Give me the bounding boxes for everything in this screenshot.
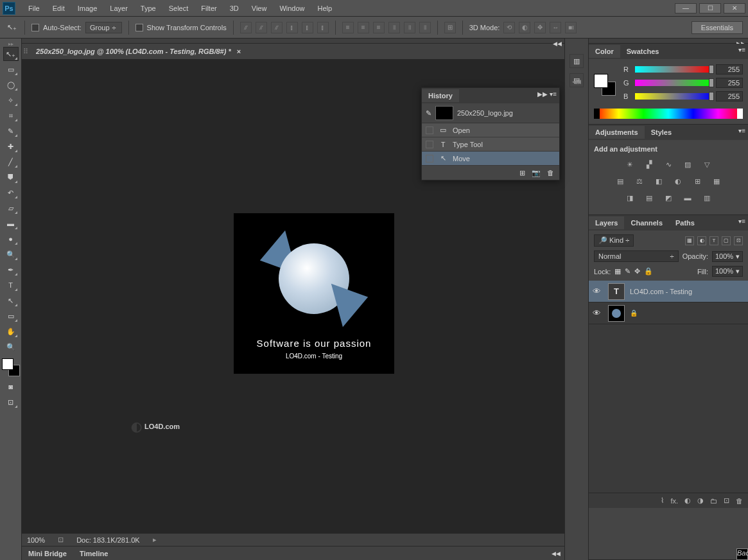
color-balance-icon[interactable]: ⚖: [633, 176, 646, 186]
crop-tool[interactable]: ⌗: [3, 109, 19, 123]
history-brush-icon[interactable]: ✎: [426, 109, 431, 118]
distribute-vmid-icon[interactable]: ≡: [358, 22, 369, 33]
menu-filter[interactable]: Filter: [195, 1, 223, 15]
eraser-tool[interactable]: ▱: [3, 201, 19, 215]
selective-color-icon[interactable]: ▥: [700, 193, 713, 203]
color-lookup-icon[interactable]: ▦: [710, 176, 723, 186]
3d-orbit-icon[interactable]: ⟲: [503, 22, 515, 33]
quick-select-tool[interactable]: ✧: [3, 93, 19, 107]
new-layer-icon[interactable]: ⊡: [724, 496, 729, 505]
history-item[interactable]: ▭ Open: [422, 123, 559, 137]
bottom-collapse-icon[interactable]: ◀◀: [552, 550, 561, 557]
panel-menu-icon[interactable]: ▾≡: [738, 46, 745, 53]
b-slider[interactable]: [635, 93, 712, 100]
vibrance-icon[interactable]: ▽: [700, 159, 713, 170]
color-swatch-pair[interactable]: [594, 74, 616, 96]
layers-tab[interactable]: Layers: [589, 216, 624, 229]
auto-align-icon[interactable]: ⊞: [444, 22, 456, 33]
3d-scale-icon[interactable]: ■ı: [565, 22, 577, 33]
align-right-icon[interactable]: ⫿: [317, 22, 329, 33]
panel-menu-icon[interactable]: ▶▶ ▾≡: [537, 91, 557, 98]
bw-icon[interactable]: ◧: [652, 176, 665, 186]
lasso-tool[interactable]: ◯: [3, 78, 19, 92]
invert-icon[interactable]: ◨: [623, 193, 636, 203]
screen-mode-tool[interactable]: ⊡: [3, 395, 19, 409]
lock-paint-icon[interactable]: ✎: [625, 267, 631, 276]
filter-kind-dropdown[interactable]: 🔎 Kind ÷: [594, 234, 634, 247]
align-bottom-icon[interactable]: ⫽: [271, 22, 283, 33]
history-check[interactable]: [426, 141, 433, 148]
lock-all-icon[interactable]: 🔒: [644, 267, 653, 276]
b-value-input[interactable]: 255: [716, 91, 743, 101]
r-slider[interactable]: [635, 66, 712, 73]
hue-icon[interactable]: ▤: [614, 176, 627, 186]
swatches-tab[interactable]: Swatches: [620, 45, 666, 58]
distribute-hmid-icon[interactable]: ⦀: [404, 22, 415, 33]
filter-pixel-icon[interactable]: ▦: [685, 236, 694, 245]
menu-edit[interactable]: Edit: [46, 1, 71, 15]
3d-roll-icon[interactable]: ◐: [519, 22, 530, 33]
zoom-level[interactable]: 100%: [27, 536, 45, 544]
history-check[interactable]: [426, 155, 433, 162]
path-select-tool[interactable]: ↖: [3, 293, 19, 308]
menu-3d[interactable]: 3D: [223, 1, 245, 15]
g-slider[interactable]: [635, 80, 712, 86]
layer-name[interactable]: LO4D.com - Testing: [630, 288, 744, 295]
history-panel[interactable]: History ▶▶ ▾≡ ✎ 250x250_logo.jpg ▭ Open …: [421, 87, 560, 180]
exposure-icon[interactable]: ▨: [681, 159, 694, 170]
visibility-eye-icon[interactable]: 👁: [593, 286, 603, 296]
current-tool-icon[interactable]: ↖₊: [5, 21, 18, 34]
lock-position-icon[interactable]: ✥: [634, 267, 640, 276]
new-group-icon[interactable]: 🗀: [710, 497, 717, 505]
menu-layer[interactable]: Layer: [103, 1, 134, 15]
link-layers-icon[interactable]: ⌇: [661, 496, 664, 505]
layer-thumb-icon[interactable]: [608, 305, 625, 322]
layer-thumb-icon[interactable]: T: [608, 283, 625, 300]
tab-grip-icon[interactable]: ⠿: [22, 44, 30, 59]
document-tab[interactable]: 250x250_logo.jpg @ 100% (LO4D.com - Test…: [30, 45, 247, 58]
brush-tool[interactable]: ╱: [3, 155, 19, 169]
distribute-right-icon[interactable]: ⦀: [419, 22, 431, 33]
gradient-map-icon[interactable]: ▬: [681, 193, 694, 203]
menu-view[interactable]: View: [245, 1, 274, 15]
zoom-tool[interactable]: 🔍: [3, 340, 19, 354]
align-hmid-icon[interactable]: ⫿: [302, 22, 313, 33]
levels-icon[interactable]: ▞: [643, 159, 656, 170]
panel-menu-icon[interactable]: ▾≡: [738, 218, 745, 225]
filter-type-icon[interactable]: T: [709, 236, 718, 245]
r-value-input[interactable]: 255: [716, 64, 743, 74]
blur-tool[interactable]: ●: [3, 232, 19, 246]
new-fill-icon[interactable]: ◑: [697, 496, 704, 505]
styles-tab[interactable]: Styles: [645, 126, 678, 139]
distribute-bottom-icon[interactable]: ≡: [373, 22, 385, 33]
color-tab[interactable]: Color: [589, 45, 620, 58]
history-item[interactable]: T Type Tool: [422, 137, 559, 152]
paths-tab[interactable]: Paths: [669, 216, 701, 229]
menu-select[interactable]: Select: [162, 1, 195, 15]
quick-mask-tool[interactable]: ◙: [3, 380, 19, 394]
photo-filter-icon[interactable]: ◐: [672, 176, 684, 186]
new-doc-from-state-icon[interactable]: ⊞: [519, 169, 525, 177]
marquee-tool[interactable]: ▭: [3, 62, 19, 76]
curves-icon[interactable]: ∿: [662, 159, 675, 170]
auto-select-dropdown[interactable]: Group÷: [85, 22, 122, 33]
hand-tool[interactable]: ✋: [3, 324, 19, 338]
dodge-tool[interactable]: 🔍: [3, 247, 19, 261]
history-tab[interactable]: History: [422, 89, 459, 102]
g-value-input[interactable]: 255: [716, 78, 743, 88]
layer-row[interactable]: 👁 T LO4D.com - Testing: [589, 281, 748, 302]
align-top-icon[interactable]: ⫽: [240, 22, 252, 33]
pen-tool[interactable]: ✒: [3, 263, 19, 277]
delete-state-icon[interactable]: 🗑: [547, 169, 554, 177]
timeline-tab[interactable]: Timeline: [73, 548, 114, 559]
healing-tool[interactable]: ✚: [3, 139, 19, 153]
brightness-icon[interactable]: ☀: [623, 159, 636, 170]
type-tool[interactable]: T: [3, 278, 19, 292]
gradient-tool[interactable]: ▬: [3, 216, 19, 231]
move-tool[interactable]: ↖₊: [3, 47, 19, 61]
history-item[interactable]: ↖ Move: [422, 152, 559, 166]
color-swatch[interactable]: [2, 358, 20, 376]
collapsed-panel-icon[interactable]: ▥: [570, 54, 584, 68]
delete-layer-icon[interactable]: 🗑: [736, 497, 743, 505]
history-check[interactable]: [426, 127, 433, 134]
